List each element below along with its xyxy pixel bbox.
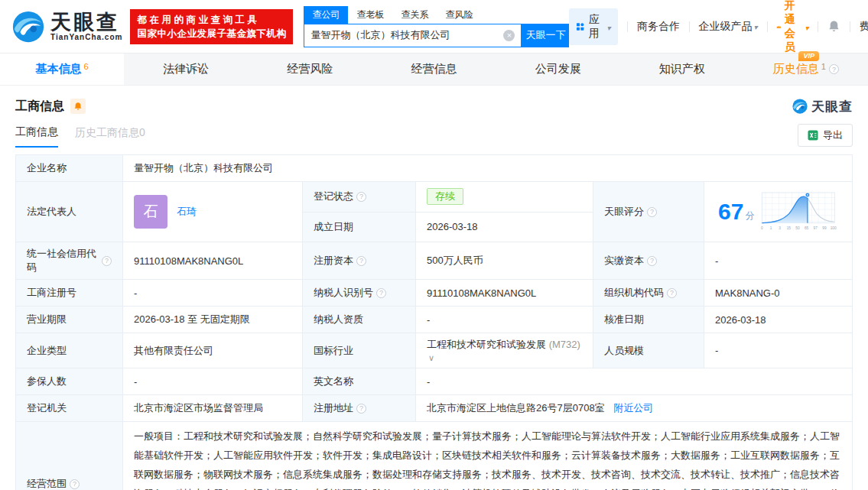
table-row: 登记机关 北京市海淀区市场监督管理局 注册地址 北京市海淀区上地信息路26号7层… <box>16 395 853 422</box>
help-icon[interactable] <box>376 288 386 298</box>
registered-address: 北京市海淀区上地信息路26号7层0708室 <box>427 402 605 414</box>
tab-intellectual-property[interactable]: 知识产权 <box>620 54 744 85</box>
help-icon[interactable] <box>667 288 677 298</box>
tab-operating-info[interactable]: 经营信息 <box>372 54 496 85</box>
field-label: 纳税人识别号 <box>303 280 416 307</box>
vip-badge: VIP <box>798 51 819 61</box>
business-info-table: 企业名称 量智开物（北京）科技有限公司 法定代表人 石 石琦 登记状态 存续 天… <box>15 154 853 490</box>
clear-icon[interactable]: × <box>503 30 515 41</box>
apps-menu[interactable]: 应用 <box>569 8 618 45</box>
tab-basic-info[interactable]: 基本信息 6 <box>0 54 124 85</box>
tab-count: 6 <box>84 62 89 71</box>
divider <box>627 21 628 32</box>
main-tabbar: 基本信息 6 法律诉讼 经营风险 经营信息 公司发展 知识产权 VIP 历史信息… <box>0 54 868 86</box>
table-row: 工商注册号 - 纳税人识别号 91110108MAK8NANG0L 组织机构代码… <box>16 280 853 307</box>
help-icon[interactable] <box>647 256 657 266</box>
slogan-line2: 国家中小企业发展子基金旗下机构 <box>137 27 286 41</box>
english-name: - <box>416 368 853 395</box>
tab-history-info[interactable]: VIP 历史信息 1 <box>744 54 868 85</box>
crown-icon <box>776 22 782 31</box>
org-code: MAK8NANG-0 <box>704 280 853 307</box>
search-button[interactable]: 天眼一下 <box>522 24 569 47</box>
credit-code: 91110108MAK8NANG0L <box>123 242 303 280</box>
divider <box>850 21 850 32</box>
field-label: 参保人数 <box>16 368 123 395</box>
notification-bell-icon[interactable] <box>827 20 840 33</box>
section-head: 工商信息 天眼查 <box>15 96 853 116</box>
field-label: 纳税人资质 <box>303 307 416 333</box>
insured-count: - <box>123 368 303 395</box>
company-type: 其他有限责任公司 <box>123 333 303 368</box>
logo[interactable]: 天眼查 TianYanCha.com <box>11 9 122 44</box>
excel-icon <box>808 130 818 141</box>
search-area: 查公司 查老板 查关系 查风险 × 天眼一下 <box>304 6 569 47</box>
tab-count: 1 <box>821 62 826 71</box>
divider <box>767 21 768 32</box>
tianyancha-logo-icon <box>11 9 46 44</box>
nav-business-cooperation[interactable]: 商务合作 <box>637 20 680 34</box>
search-box: × <box>304 24 522 47</box>
tianyancha-watermark: 天眼查 <box>792 98 853 115</box>
search-tab-boss[interactable]: 查老板 <box>348 6 392 24</box>
slogan-line1: 都在用的商业查询工具 <box>137 13 286 27</box>
field-label: 企业名称 <box>16 155 123 182</box>
table-row: 参保人数 - 英文名称 - <box>16 368 853 395</box>
subtab-business-info[interactable]: 工商信息 <box>15 125 58 148</box>
registry-authority: 北京市海淀区市场监督管理局 <box>123 395 303 422</box>
legal-rep-link[interactable]: 石琦 <box>177 205 197 219</box>
field-label: 国标行业 <box>303 333 416 368</box>
svg-text:50: 50 <box>796 226 801 230</box>
tab-operating-risk[interactable]: 经营风险 <box>248 54 372 85</box>
tab-company-development[interactable]: 公司发展 <box>496 54 620 85</box>
help-icon[interactable] <box>356 256 366 266</box>
svg-text:0: 0 <box>761 226 763 230</box>
logo-domain: TianYanCha.com <box>50 33 122 41</box>
nearby-companies-link[interactable]: 附近公司 <box>613 402 653 414</box>
monitor-bell-icon[interactable] <box>70 99 86 114</box>
help-icon[interactable] <box>356 404 366 414</box>
nav-enterprise-products[interactable]: 企业级产品 <box>698 20 757 34</box>
industry: 工程和技术研究和试验发展 <box>427 339 546 350</box>
nav-open-vip[interactable]: 开通会员 <box>776 0 808 54</box>
export-button[interactable]: 导出 <box>798 124 853 147</box>
chevron-down-icon <box>605 21 610 33</box>
divider <box>818 21 818 32</box>
help-icon[interactable] <box>829 64 839 74</box>
subtab-row: 工商信息 历史工商信息0 导出 <box>15 124 853 148</box>
tianyancha-logo-icon <box>792 98 808 115</box>
help-icon[interactable] <box>70 479 80 489</box>
user-menu[interactable]: 费米 <box>859 20 868 34</box>
established-date: 2026-03-18 <box>416 212 593 242</box>
registered-capital: 500万人民币 <box>416 242 593 280</box>
help-icon[interactable] <box>356 192 366 202</box>
field-label: 法定代表人 <box>16 182 123 242</box>
help-icon[interactable] <box>102 256 112 266</box>
field-label: 注册地址 <box>303 395 416 422</box>
svg-text:100: 100 <box>831 226 837 230</box>
search-tab-risk[interactable]: 查风险 <box>437 6 481 24</box>
approval-date: 2026-03-18 <box>704 307 853 333</box>
table-row: 经营范围 一般项目：工程和技术研究和试验发展；自然科学研究和试验发展；量子计算技… <box>16 422 853 490</box>
field-label: 核准日期 <box>593 307 704 333</box>
subtab-history-business-info[interactable]: 历史工商信息0 <box>75 126 145 147</box>
tab-legal-proceedings[interactable]: 法律诉讼 <box>124 54 248 85</box>
search-input[interactable] <box>304 30 503 41</box>
field-label: 组织机构代码 <box>593 280 704 307</box>
site-header: 天眼查 TianYanCha.com 都在用的商业查询工具 国家中小企业发展子基… <box>0 0 868 54</box>
field-label: 营业期限 <box>16 307 123 333</box>
slogan-badge: 都在用的商业查询工具 国家中小企业发展子基金旗下机构 <box>130 9 293 44</box>
tianyan-score: 67 <box>718 200 743 223</box>
search-tab-relation[interactable]: 查关系 <box>392 6 437 24</box>
svg-text:1: 1 <box>770 226 772 230</box>
field-label: 人员规模 <box>593 333 704 368</box>
apps-label: 应用 <box>589 13 603 41</box>
field-label: 英文名称 <box>303 368 416 395</box>
divider <box>689 21 690 32</box>
chevron-down-icon[interactable] <box>427 352 434 363</box>
avatar[interactable]: 石 <box>134 195 167 229</box>
help-icon[interactable] <box>647 207 657 217</box>
table-row: 法定代表人 石 石琦 登记状态 存续 天眼评分 67 分 <box>16 182 853 213</box>
field-label: 天眼评分 <box>593 182 704 242</box>
field-label: 企业类型 <box>16 333 123 368</box>
search-tab-company[interactable]: 查公司 <box>304 6 348 24</box>
